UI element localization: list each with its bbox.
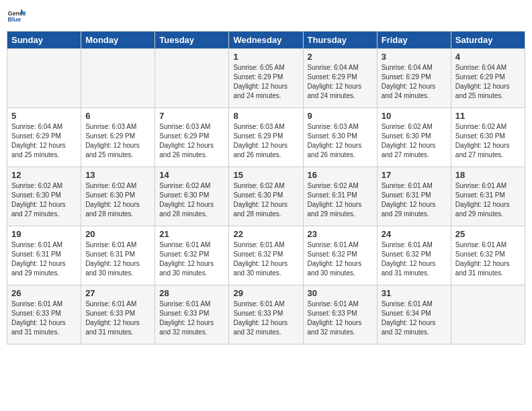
day-info: Sunrise: 6:02 AM Sunset: 6:31 PM Dayligh… xyxy=(308,181,373,219)
day-info: Sunrise: 6:04 AM Sunset: 6:29 PM Dayligh… xyxy=(11,122,77,160)
day-number: 31 xyxy=(382,288,447,298)
day-info: Sunrise: 6:03 AM Sunset: 6:30 PM Dayligh… xyxy=(308,122,373,160)
day-number: 15 xyxy=(233,170,298,180)
weekday-header-cell: Friday xyxy=(377,32,451,49)
day-number: 18 xyxy=(455,170,521,180)
day-info: Sunrise: 6:01 AM Sunset: 6:33 PM Dayligh… xyxy=(308,300,373,337)
calendar-day-cell: 13Sunrise: 6:02 AM Sunset: 6:30 PM Dayli… xyxy=(81,167,155,226)
day-number: 6 xyxy=(85,111,150,121)
day-info: Sunrise: 6:01 AM Sunset: 6:33 PM Dayligh… xyxy=(85,300,150,337)
calendar-day-cell: 20Sunrise: 6:01 AM Sunset: 6:31 PM Dayli… xyxy=(81,226,155,285)
calendar-body: 1Sunrise: 6:05 AM Sunset: 6:29 PM Daylig… xyxy=(7,49,525,345)
calendar-week-row: 12Sunrise: 6:02 AM Sunset: 6:30 PM Dayli… xyxy=(7,167,525,226)
day-info: Sunrise: 6:03 AM Sunset: 6:29 PM Dayligh… xyxy=(233,122,298,160)
calendar-day-cell xyxy=(155,49,229,108)
svg-text:Blue: Blue xyxy=(7,16,21,23)
weekday-header-cell: Thursday xyxy=(303,32,377,49)
calendar-day-cell: 30Sunrise: 6:01 AM Sunset: 6:33 PM Dayli… xyxy=(303,285,377,345)
day-number: 10 xyxy=(382,111,447,121)
calendar-day-cell: 25Sunrise: 6:01 AM Sunset: 6:32 PM Dayli… xyxy=(451,226,525,285)
day-number: 23 xyxy=(308,229,373,239)
day-number: 3 xyxy=(382,52,447,62)
day-info: Sunrise: 6:01 AM Sunset: 6:31 PM Dayligh… xyxy=(382,181,447,219)
day-number: 17 xyxy=(382,170,447,180)
day-number: 11 xyxy=(455,111,521,121)
day-number: 7 xyxy=(159,111,224,121)
calendar-day-cell xyxy=(7,49,81,108)
day-number: 4 xyxy=(455,52,521,62)
weekday-header-cell: Wednesday xyxy=(229,32,303,49)
day-info: Sunrise: 6:01 AM Sunset: 6:32 PM Dayligh… xyxy=(455,240,521,278)
day-number: 1 xyxy=(233,52,298,62)
day-number: 9 xyxy=(308,111,373,121)
day-info: Sunrise: 6:01 AM Sunset: 6:33 PM Dayligh… xyxy=(11,300,77,337)
logo: General Blue xyxy=(7,7,26,26)
calendar-day-cell: 1Sunrise: 6:05 AM Sunset: 6:29 PM Daylig… xyxy=(229,49,303,108)
calendar-day-cell: 16Sunrise: 6:02 AM Sunset: 6:31 PM Dayli… xyxy=(303,167,377,226)
calendar-day-cell: 11Sunrise: 6:02 AM Sunset: 6:30 PM Dayli… xyxy=(451,108,525,167)
day-number: 20 xyxy=(85,229,150,239)
day-number: 2 xyxy=(308,52,373,62)
calendar-day-cell: 10Sunrise: 6:02 AM Sunset: 6:30 PM Dayli… xyxy=(377,108,451,167)
calendar-day-cell: 15Sunrise: 6:02 AM Sunset: 6:30 PM Dayli… xyxy=(229,167,303,226)
calendar-day-cell: 18Sunrise: 6:01 AM Sunset: 6:31 PM Dayli… xyxy=(451,167,525,226)
day-number: 19 xyxy=(11,229,77,239)
calendar-day-cell: 6Sunrise: 6:03 AM Sunset: 6:29 PM Daylig… xyxy=(81,108,155,167)
day-info: Sunrise: 6:04 AM Sunset: 6:29 PM Dayligh… xyxy=(308,63,373,101)
weekday-header-cell: Tuesday xyxy=(155,32,229,49)
calendar-day-cell: 12Sunrise: 6:02 AM Sunset: 6:30 PM Dayli… xyxy=(7,167,81,226)
day-number: 13 xyxy=(85,170,150,180)
day-info: Sunrise: 6:01 AM Sunset: 6:32 PM Dayligh… xyxy=(233,240,298,278)
weekday-header-cell: Sunday xyxy=(7,32,81,49)
calendar-table: SundayMondayTuesdayWednesdayThursdayFrid… xyxy=(7,31,525,345)
day-number: 22 xyxy=(233,229,298,239)
calendar-week-row: 1Sunrise: 6:05 AM Sunset: 6:29 PM Daylig… xyxy=(7,49,525,108)
page-header: General Blue xyxy=(7,7,525,26)
day-number: 30 xyxy=(308,288,373,298)
day-number: 28 xyxy=(159,288,224,298)
day-number: 27 xyxy=(85,288,150,298)
calendar-day-cell: 22Sunrise: 6:01 AM Sunset: 6:32 PM Dayli… xyxy=(229,226,303,285)
weekday-header-cell: Monday xyxy=(81,32,155,49)
day-number: 14 xyxy=(159,170,224,180)
calendar-day-cell xyxy=(451,285,525,345)
day-number: 21 xyxy=(159,229,224,239)
calendar-day-cell: 27Sunrise: 6:01 AM Sunset: 6:33 PM Dayli… xyxy=(81,285,155,345)
day-number: 8 xyxy=(233,111,298,121)
calendar-day-cell: 5Sunrise: 6:04 AM Sunset: 6:29 PM Daylig… xyxy=(7,108,81,167)
day-info: Sunrise: 6:01 AM Sunset: 6:31 PM Dayligh… xyxy=(455,181,521,219)
day-info: Sunrise: 6:01 AM Sunset: 6:32 PM Dayligh… xyxy=(382,240,447,278)
day-info: Sunrise: 6:02 AM Sunset: 6:30 PM Dayligh… xyxy=(85,181,150,219)
weekday-header-row: SundayMondayTuesdayWednesdayThursdayFrid… xyxy=(7,32,525,49)
calendar-week-row: 5Sunrise: 6:04 AM Sunset: 6:29 PM Daylig… xyxy=(7,108,525,167)
day-info: Sunrise: 6:02 AM Sunset: 6:30 PM Dayligh… xyxy=(382,122,447,160)
day-info: Sunrise: 6:02 AM Sunset: 6:30 PM Dayligh… xyxy=(11,181,77,219)
calendar-day-cell: 29Sunrise: 6:01 AM Sunset: 6:33 PM Dayli… xyxy=(229,285,303,345)
calendar-day-cell: 17Sunrise: 6:01 AM Sunset: 6:31 PM Dayli… xyxy=(377,167,451,226)
calendar-day-cell: 9Sunrise: 6:03 AM Sunset: 6:30 PM Daylig… xyxy=(303,108,377,167)
calendar-day-cell: 7Sunrise: 6:03 AM Sunset: 6:29 PM Daylig… xyxy=(155,108,229,167)
day-number: 12 xyxy=(11,170,77,180)
day-info: Sunrise: 6:01 AM Sunset: 6:31 PM Dayligh… xyxy=(11,240,77,278)
day-info: Sunrise: 6:01 AM Sunset: 6:33 PM Dayligh… xyxy=(233,300,298,337)
calendar-day-cell: 24Sunrise: 6:01 AM Sunset: 6:32 PM Dayli… xyxy=(377,226,451,285)
calendar-week-row: 26Sunrise: 6:01 AM Sunset: 6:33 PM Dayli… xyxy=(7,285,525,345)
day-info: Sunrise: 6:01 AM Sunset: 6:32 PM Dayligh… xyxy=(159,240,224,278)
day-info: Sunrise: 6:03 AM Sunset: 6:29 PM Dayligh… xyxy=(159,122,224,160)
day-info: Sunrise: 6:01 AM Sunset: 6:31 PM Dayligh… xyxy=(85,240,150,278)
calendar-day-cell: 28Sunrise: 6:01 AM Sunset: 6:33 PM Dayli… xyxy=(155,285,229,345)
calendar-day-cell: 3Sunrise: 6:04 AM Sunset: 6:29 PM Daylig… xyxy=(377,49,451,108)
calendar-day-cell: 14Sunrise: 6:02 AM Sunset: 6:30 PM Dayli… xyxy=(155,167,229,226)
calendar-day-cell: 4Sunrise: 6:04 AM Sunset: 6:29 PM Daylig… xyxy=(451,49,525,108)
calendar-day-cell: 2Sunrise: 6:04 AM Sunset: 6:29 PM Daylig… xyxy=(303,49,377,108)
day-number: 29 xyxy=(233,288,298,298)
day-info: Sunrise: 6:01 AM Sunset: 6:34 PM Dayligh… xyxy=(382,300,447,337)
calendar-day-cell: 31Sunrise: 6:01 AM Sunset: 6:34 PM Dayli… xyxy=(377,285,451,345)
logo-icon: General Blue xyxy=(7,7,26,26)
day-info: Sunrise: 6:04 AM Sunset: 6:29 PM Dayligh… xyxy=(382,63,447,101)
day-number: 5 xyxy=(11,111,77,121)
calendar-week-row: 19Sunrise: 6:01 AM Sunset: 6:31 PM Dayli… xyxy=(7,226,525,285)
weekday-header-cell: Saturday xyxy=(451,32,525,49)
day-info: Sunrise: 6:02 AM Sunset: 6:30 PM Dayligh… xyxy=(233,181,298,219)
day-info: Sunrise: 6:02 AM Sunset: 6:30 PM Dayligh… xyxy=(455,122,521,160)
